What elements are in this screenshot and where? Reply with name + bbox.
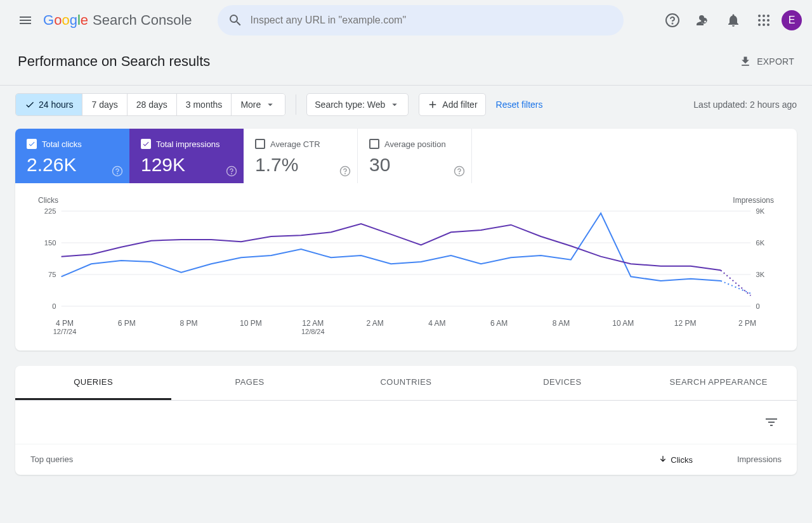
- export-label: EXPORT: [757, 56, 794, 67]
- svg-text:0: 0: [756, 302, 760, 310]
- apps-button[interactable]: [751, 8, 776, 33]
- dimensions-card: QUERIES PAGES COUNTRIES DEVICES SEARCH A…: [15, 366, 797, 475]
- metric-value: 129K: [141, 154, 232, 176]
- svg-text:6K: 6K: [756, 239, 765, 247]
- help-icon[interactable]: [339, 165, 351, 177]
- menu-icon: [18, 13, 33, 28]
- right-axis-label: Impressions: [733, 196, 774, 205]
- x-tick: 10 AM: [604, 319, 642, 335]
- metric-card-impressions[interactable]: Total impressions 129K: [129, 129, 244, 183]
- x-tick: 4 PM12/7/24: [46, 319, 84, 335]
- x-tick: 6 PM: [108, 319, 146, 335]
- metric-label: Total impressions: [156, 139, 219, 149]
- svg-point-6: [758, 19, 761, 22]
- bell-icon: [726, 13, 741, 28]
- table-header: Top queries Clicks Impressions: [15, 444, 797, 475]
- tab-pages[interactable]: PAGES: [171, 366, 327, 400]
- help-icon[interactable]: [454, 165, 465, 177]
- logo[interactable]: Google Search Console: [43, 12, 192, 29]
- svg-point-10: [763, 23, 765, 26]
- column-top-queries[interactable]: Top queries: [30, 455, 591, 465]
- svg-point-4: [763, 15, 765, 17]
- chart-area: Clicks Impressions 07515022503K6K9K 4 PM…: [15, 183, 797, 351]
- notifications-button[interactable]: [721, 8, 746, 33]
- page-header: Performance on Search results EXPORT: [0, 41, 812, 85]
- svg-text:9K: 9K: [756, 207, 765, 215]
- metric-value: 2.26K: [27, 154, 118, 176]
- dropdown-arrow-icon: [265, 99, 276, 110]
- search-input[interactable]: [251, 15, 613, 26]
- table-filter-button[interactable]: [759, 410, 784, 435]
- x-tick: 2 AM: [356, 319, 394, 335]
- svg-point-19: [459, 173, 460, 174]
- svg-text:75: 75: [48, 271, 56, 278]
- metric-label: Total clicks: [42, 139, 82, 149]
- help-icon[interactable]: [112, 165, 123, 177]
- svg-point-11: [767, 23, 769, 26]
- account-avatar[interactable]: E: [782, 10, 802, 30]
- tab-queries[interactable]: QUERIES: [15, 366, 171, 400]
- users-settings-button[interactable]: [690, 8, 716, 33]
- metric-card-position[interactable]: Average position 30: [358, 129, 472, 183]
- svg-text:150: 150: [44, 239, 56, 247]
- range-7days[interactable]: 7 days: [82, 94, 127, 115]
- metric-card-clicks[interactable]: Total clicks 2.26K: [15, 129, 129, 183]
- metric-label: Average CTR: [270, 139, 320, 149]
- help-button[interactable]: [660, 8, 685, 33]
- svg-point-3: [758, 15, 761, 17]
- url-inspect-search[interactable]: [218, 5, 624, 36]
- checkbox-checked-icon: [141, 139, 151, 149]
- column-impressions[interactable]: Impressions: [693, 455, 782, 465]
- tab-search-appearance[interactable]: SEARCH APPEARANCE: [641, 366, 797, 400]
- metric-value: 1.7%: [255, 154, 346, 176]
- svg-text:225: 225: [44, 207, 56, 215]
- svg-point-15: [232, 173, 232, 174]
- svg-point-2: [672, 23, 673, 24]
- svg-point-17: [345, 173, 346, 174]
- last-updated-text: Last updated: 2 hours ago: [693, 100, 797, 110]
- arrow-down-icon: [658, 455, 668, 465]
- user-gear-icon: [695, 13, 710, 28]
- plus-icon: [427, 99, 438, 110]
- performance-chart: 07515022503K6K9K: [38, 207, 774, 315]
- x-tick: 2 PM: [728, 319, 766, 335]
- x-axis: 4 PM12/7/246 PM8 PM10 PM12 AM12/8/242 AM…: [38, 319, 774, 335]
- dropdown-arrow-icon: [389, 99, 400, 110]
- google-logo-icon: Google: [43, 13, 90, 28]
- x-tick: 8 PM: [170, 319, 208, 335]
- range-28days[interactable]: 28 days: [128, 94, 177, 115]
- svg-point-13: [117, 173, 118, 174]
- x-tick: 6 AM: [480, 319, 518, 335]
- tab-devices[interactable]: DEVICES: [484, 366, 640, 400]
- hamburger-menu-button[interactable]: [10, 5, 41, 36]
- x-tick: 10 PM: [232, 319, 270, 335]
- metric-card-ctr[interactable]: Average CTR 1.7%: [244, 129, 358, 183]
- reset-filters-link[interactable]: Reset filters: [496, 100, 543, 110]
- product-name: Search Console: [93, 12, 192, 29]
- page-title: Performance on Search results: [18, 53, 210, 70]
- x-tick: 12 AM12/8/24: [294, 319, 332, 335]
- svg-text:Google: Google: [43, 13, 88, 28]
- help-icon: [665, 13, 680, 28]
- search-type-filter[interactable]: Search type: Web: [306, 93, 409, 116]
- metric-row: Total clicks 2.26K Total impressions 129…: [15, 129, 797, 183]
- export-button[interactable]: EXPORT: [739, 55, 794, 68]
- checkbox-unchecked-icon: [369, 139, 379, 149]
- column-clicks[interactable]: Clicks: [591, 455, 693, 465]
- tab-countries[interactable]: COUNTRIES: [328, 366, 484, 400]
- svg-point-7: [763, 19, 765, 22]
- help-icon[interactable]: [226, 165, 237, 177]
- apps-grid-icon: [756, 13, 771, 28]
- filter-bar: 24 hours 7 days 28 days 3 months More Se…: [0, 85, 812, 129]
- range-more[interactable]: More: [232, 94, 285, 115]
- app-header: Google Search Console E: [0, 0, 812, 41]
- check-icon: [25, 100, 35, 110]
- date-range-segments: 24 hours 7 days 28 days 3 months More: [15, 93, 285, 116]
- add-filter-button[interactable]: Add filter: [419, 93, 485, 116]
- left-axis-label: Clicks: [38, 196, 58, 205]
- range-24hours[interactable]: 24 hours: [16, 94, 82, 115]
- table-filter-row: [15, 401, 797, 444]
- x-tick: 4 AM: [418, 319, 456, 335]
- range-3months[interactable]: 3 months: [177, 94, 232, 115]
- svg-point-5: [767, 15, 769, 17]
